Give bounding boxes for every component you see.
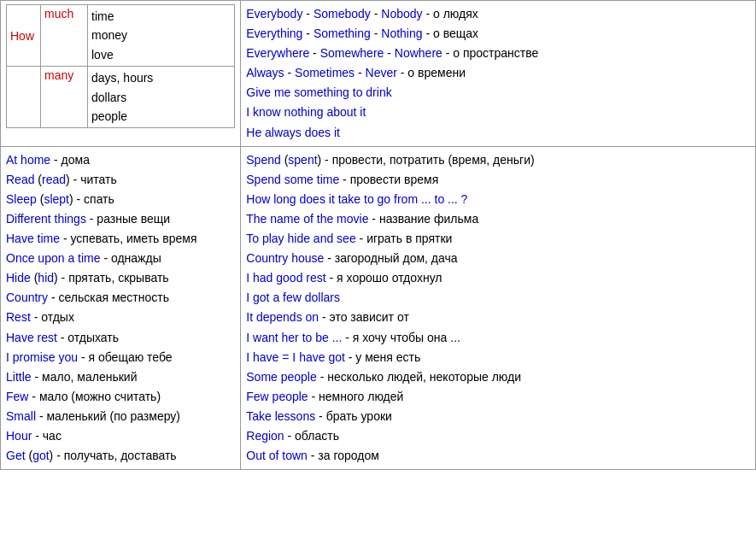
much-cell: much bbox=[41, 5, 88, 67]
how-cell: How bbox=[7, 5, 41, 67]
time-line: time bbox=[91, 7, 231, 26]
vocab-line: To play hide and see - играть в прятки bbox=[246, 229, 750, 249]
vocab-line: At home - дома bbox=[6, 150, 235, 170]
vocab-line: Hide (hid) - прятать, скрывать bbox=[6, 268, 235, 288]
money-line: money bbox=[91, 26, 231, 44]
pronoun-line: He always does it bbox=[246, 123, 750, 143]
vocab-line: Take lessons - брать уроки bbox=[246, 407, 750, 426]
much-label: much bbox=[44, 7, 73, 21]
vocab-line: Little - мало, маленький bbox=[6, 367, 235, 387]
pronoun-line: Give me something to drink bbox=[246, 83, 750, 103]
vocab-line: I promise you - я обещаю тебе bbox=[6, 348, 235, 367]
vocab-line: I want her to be ... - я хочу чтобы она … bbox=[246, 328, 750, 348]
vocab-line: Get (got) - получать, доставать bbox=[6, 446, 235, 466]
top-right-cell: Everybody - Somebody - Nobody - о людяхE… bbox=[241, 1, 756, 147]
vocab-line: I had good rest - я хорошо отдохнул bbox=[246, 268, 750, 288]
pronoun-line: Everything - Something - Nothing - о вещ… bbox=[246, 24, 750, 44]
many-cell: many bbox=[41, 67, 88, 128]
bottom-right-cell: Spend (spent) - провести, потратить (вре… bbox=[241, 146, 756, 470]
vocab-line: Hour - час bbox=[6, 426, 235, 446]
vocab-line: Country - сельская местность bbox=[6, 288, 235, 308]
vocab-line: Country house - загородный дом, дача bbox=[246, 249, 750, 268]
pronoun-list: Everybody - Somebody - Nobody - о людяхE… bbox=[246, 4, 750, 143]
love-line: love bbox=[91, 45, 231, 64]
much-items-cell: time money love bbox=[88, 5, 235, 67]
vocab-line: It depends on - это зависит от bbox=[246, 308, 750, 327]
vocab-line: Rest - отдых bbox=[6, 308, 235, 327]
pronoun-line: Everybody - Somebody - Nobody - о людях bbox=[246, 4, 750, 24]
vocab-line: Spend some time - провести время bbox=[246, 170, 750, 190]
vocab-line: Some people - несколько людей, некоторые… bbox=[246, 367, 750, 387]
days-hours-line: days, hours bbox=[91, 68, 231, 87]
pronoun-line: I know nothing about it bbox=[246, 103, 750, 122]
top-left-cell: How much time money love many bbox=[1, 1, 241, 147]
vocab-line: How long does it take to go from ... to … bbox=[246, 190, 750, 209]
vocab-line: Sleep (slept) - спать bbox=[6, 190, 235, 209]
vocab-line: Small - маленький (по размеру) bbox=[6, 407, 235, 426]
dollars-line: dollars bbox=[91, 88, 231, 107]
vocab-line: Read (read) - читать bbox=[6, 170, 235, 190]
vocab-line: Few people - немного людей bbox=[246, 387, 750, 407]
vocab-line: Region - область bbox=[246, 426, 750, 446]
vocab-line: Few - мало (можно считать) bbox=[6, 387, 235, 407]
vocab-line: Out of town - за городом bbox=[246, 446, 750, 466]
vocab-list-right: Spend (spent) - провести, потратить (вре… bbox=[246, 150, 750, 467]
vocab-line: The name of the movie - название фильма bbox=[246, 209, 750, 229]
main-table: How much time money love many bbox=[0, 0, 756, 470]
vocab-line: Have rest - отдыхать bbox=[6, 328, 235, 348]
empty-cell bbox=[7, 67, 41, 128]
many-label: many bbox=[44, 68, 73, 82]
bottom-left-cell: At home - домаRead (read) - читатьSleep … bbox=[1, 146, 241, 470]
vocab-line: Different things - разные вещи bbox=[6, 209, 235, 229]
vocab-line: I have = I have got - у меня есть bbox=[246, 348, 750, 367]
pronoun-line: Always - Sometimes - Never - о времени bbox=[246, 63, 750, 83]
vocab-line: Spend (spent) - провести, потратить (вре… bbox=[246, 150, 750, 170]
how-label: How bbox=[10, 29, 34, 43]
many-items-cell: days, hours dollars people bbox=[88, 67, 235, 128]
people-line: people bbox=[91, 107, 231, 126]
vocab-line: Once upon a time - однажды bbox=[6, 249, 235, 268]
pronoun-line: Everywhere - Somewhere - Nowhere - о про… bbox=[246, 44, 750, 63]
vocab-line: Have time - успевать, иметь время bbox=[6, 229, 235, 249]
how-much-table: How much time money love many bbox=[6, 4, 235, 128]
vocab-line: I got a few dollars bbox=[246, 288, 750, 308]
vocab-list-left: At home - домаRead (read) - читатьSleep … bbox=[6, 150, 235, 467]
